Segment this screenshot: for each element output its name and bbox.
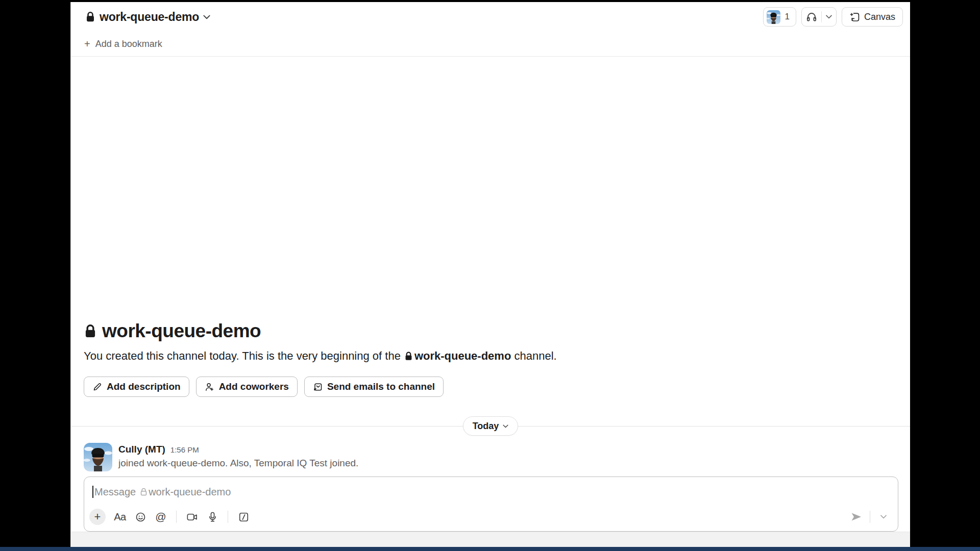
intro-title: work-queue-demo bbox=[102, 320, 261, 342]
person-add-icon bbox=[205, 382, 214, 392]
divider bbox=[870, 511, 870, 523]
intro-description-suffix: channel. bbox=[514, 349, 556, 363]
send-emails-label: Send emails to channel bbox=[327, 381, 435, 392]
add-bookmark-button[interactable]: + Add a bookmark bbox=[84, 39, 162, 49]
lock-icon bbox=[136, 487, 149, 496]
attach-button[interactable]: + bbox=[89, 509, 106, 525]
date-divider: Today bbox=[71, 416, 910, 436]
video-icon bbox=[187, 512, 198, 522]
canvas-button[interactable]: Canvas bbox=[842, 7, 903, 27]
channel-intro: work-queue-demo You created this channel… bbox=[71, 320, 910, 397]
members-button[interactable]: 1 bbox=[763, 7, 796, 27]
mention-button[interactable]: @ bbox=[152, 508, 170, 526]
chevron-down-icon bbox=[503, 424, 508, 428]
mic-button[interactable] bbox=[203, 508, 222, 526]
composer-send-area bbox=[847, 508, 893, 526]
message-composer: Message work-queue-demo + Aa @ bbox=[84, 477, 898, 532]
email-icon bbox=[313, 382, 323, 392]
intro-description-prefix: You created this channel today. This is … bbox=[84, 349, 401, 363]
emoji-icon bbox=[135, 512, 146, 522]
lock-icon bbox=[84, 323, 97, 339]
channel-name-button[interactable]: work-queue-demo bbox=[85, 10, 210, 24]
intro-description-channel: work-queue-demo bbox=[414, 349, 511, 363]
message-pane: work-queue-demo You created this channel… bbox=[71, 57, 910, 547]
placeholder-channel: work-queue-demo bbox=[149, 486, 231, 498]
bookmark-bar: + Add a bookmark bbox=[71, 32, 910, 57]
lock-icon bbox=[85, 11, 95, 22]
plus-icon: + bbox=[84, 39, 90, 49]
avatar[interactable] bbox=[84, 443, 112, 471]
channel-view: work-queue-demo 1 Canvas bbox=[70, 2, 910, 547]
message-row: Cully (MT) 1:56 PM joined work-queue-dem… bbox=[71, 443, 910, 471]
message-input[interactable]: Message work-queue-demo bbox=[84, 477, 898, 507]
canvas-label: Canvas bbox=[864, 12, 895, 22]
channel-title: work-queue-demo bbox=[100, 10, 199, 24]
message-author[interactable]: Cully (MT) bbox=[118, 444, 165, 455]
lock-icon bbox=[401, 351, 414, 361]
intro-buttons: Add description Add coworkers Send email… bbox=[84, 377, 897, 397]
date-pill-button[interactable]: Today bbox=[463, 416, 519, 436]
chevron-down-icon bbox=[880, 515, 887, 519]
text-caret bbox=[92, 486, 93, 498]
canvas-icon bbox=[849, 12, 860, 22]
send-emails-button[interactable]: Send emails to channel bbox=[304, 377, 444, 397]
send-icon bbox=[850, 511, 863, 522]
placeholder-prefix: Message bbox=[94, 486, 136, 498]
headphones-icon bbox=[806, 11, 817, 22]
pencil-icon bbox=[92, 382, 102, 392]
member-avatar bbox=[767, 10, 780, 24]
message-header: Cully (MT) 1:56 PM bbox=[118, 444, 358, 455]
video-button[interactable] bbox=[183, 508, 201, 526]
chevron-down-icon bbox=[203, 15, 210, 19]
add-coworkers-label: Add coworkers bbox=[219, 381, 289, 392]
divider bbox=[176, 511, 177, 523]
plus-icon: + bbox=[94, 510, 101, 523]
bottom-status-bar bbox=[0, 547, 980, 551]
composer-toolbar: + Aa @ bbox=[84, 507, 898, 531]
intro-description: You created this channel today. This is … bbox=[84, 349, 897, 363]
header-actions: 1 Canvas bbox=[763, 7, 903, 27]
add-description-label: Add description bbox=[107, 381, 181, 392]
add-bookmark-label: Add a bookmark bbox=[95, 39, 162, 49]
format-button[interactable]: Aa bbox=[111, 508, 129, 526]
member-count: 1 bbox=[785, 12, 790, 22]
mic-icon bbox=[207, 512, 218, 522]
message-body: Cully (MT) 1:56 PM joined work-queue-dem… bbox=[118, 443, 358, 471]
date-label: Today bbox=[473, 421, 499, 432]
divider bbox=[228, 511, 228, 523]
huddle-chevron-icon[interactable] bbox=[826, 15, 832, 19]
intro-heading: work-queue-demo bbox=[84, 320, 897, 342]
divider bbox=[821, 11, 822, 22]
slash-icon bbox=[238, 512, 249, 522]
footer-strip bbox=[71, 532, 910, 547]
message-timestamp[interactable]: 1:56 PM bbox=[170, 445, 199, 454]
emoji-button[interactable] bbox=[131, 508, 150, 526]
mention-icon: @ bbox=[155, 511, 166, 523]
send-options-button[interactable] bbox=[874, 508, 893, 526]
message-text: joined work-queue-demo. Also, Temporal I… bbox=[118, 458, 358, 469]
format-label: Aa bbox=[114, 511, 126, 523]
channel-header: work-queue-demo 1 Canvas bbox=[71, 2, 910, 32]
add-coworkers-button[interactable]: Add coworkers bbox=[196, 377, 298, 397]
add-description-button[interactable]: Add description bbox=[84, 377, 189, 397]
huddle-button[interactable] bbox=[801, 7, 837, 27]
slash-commands-button[interactable] bbox=[234, 508, 253, 526]
send-button[interactable] bbox=[847, 508, 866, 526]
